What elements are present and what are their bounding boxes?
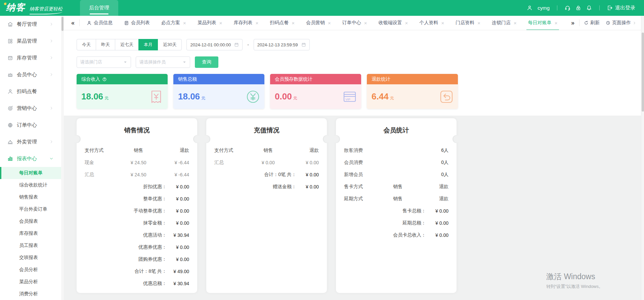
sidebar-item-餐厅管理[interactable]: 餐厅管理 [0, 16, 61, 33]
panel-summary-row: 延期总额：¥ 0.00 [344, 217, 448, 229]
username[interactable]: cymg [538, 5, 550, 11]
tab-门店资料[interactable]: 门店资料× [450, 16, 486, 30]
close-tab-icon[interactable]: × [328, 20, 331, 26]
search-button[interactable]: 查询 [195, 56, 218, 68]
headset-support-icon[interactable] [565, 5, 570, 11]
watermark-title: 激活 Windows [546, 271, 603, 282]
date-from-value: 2024-12-01 00:00:00 [190, 42, 231, 47]
tab-会员信息[interactable]: 会员信息 [81, 16, 118, 30]
store-select[interactable]: 请选择门店 [77, 56, 131, 68]
summary-label: 手动整单优惠： [134, 208, 167, 214]
close-tab-icon[interactable]: × [514, 20, 517, 26]
sidebar-item-外卖管理[interactable]: 外卖管理 [0, 133, 61, 150]
close-tab-icon[interactable]: × [183, 20, 186, 26]
sidebar-scrollbar-thumb[interactable] [61, 17, 63, 31]
tab-每日对账单[interactable]: 每日对账单× [522, 16, 563, 30]
filter-row-selects: 请选择门店 请选择操作员 查询 [77, 56, 637, 68]
close-tab-icon[interactable]: × [477, 20, 480, 26]
close-tab-icon[interactable]: × [405, 20, 408, 26]
tab-label: 收银端设置 [379, 20, 402, 26]
quick-range-本月[interactable]: 本月 [138, 39, 158, 50]
tab-订单中心[interactable]: 订单中心× [337, 16, 373, 30]
sidebar-item-订单中心[interactable]: 订单中心 [0, 117, 61, 133]
sidebar-subitem-消费分析[interactable]: 消费分析 [0, 288, 61, 300]
sidebar-subitem-label: 每日对账单 [19, 170, 43, 176]
chevron-right-icon [49, 73, 53, 77]
stat-card-value: 18.06元 [178, 91, 205, 102]
summary-value: ¥ 0.00 [429, 208, 448, 214]
panel-notch-left [73, 135, 81, 143]
sidebar-subitem-菜品分析[interactable]: 菜品分析 [0, 276, 61, 288]
stat-card-title: 综合收入 [81, 76, 100, 82]
tab-个人资料[interactable]: 个人资料× [414, 16, 450, 30]
refresh-button[interactable]: 刷新 [581, 20, 603, 26]
calendar-icon [301, 42, 306, 47]
close-tab-icon[interactable]: × [555, 20, 558, 26]
stat-card-header: 退款统计 [367, 74, 458, 84]
panel-row: 延期方式销售退款 [344, 193, 448, 205]
sidebar-item-库存管理[interactable]: 库存管理 [0, 49, 61, 66]
sidebar-subitem-库存报表[interactable]: 库存报表 [0, 227, 61, 240]
quick-range-近七天[interactable]: 近七天 [115, 39, 139, 50]
sidebar-subitem-会员分析[interactable]: 会员分析 [0, 264, 61, 276]
tab-菜品列表[interactable]: 菜品列表× [192, 16, 228, 30]
panel-row: 新增会员0人 [344, 169, 448, 181]
tab-必点方案[interactable]: 必点方案× [156, 16, 192, 30]
bell-icon[interactable] [586, 5, 592, 11]
tab-扫码点餐[interactable]: 扫码点餐× [264, 16, 300, 30]
sidebar-subitem-每日对账单[interactable]: 每日对账单 [0, 167, 61, 179]
panel-row: 现金¥ 24.50¥ -6.44 [85, 157, 189, 169]
close-tab-icon[interactable]: × [364, 20, 367, 26]
operator-select[interactable]: 请选择操作员 [136, 56, 190, 68]
panel-cell: 现金 [85, 160, 123, 166]
window-scrollbar[interactable] [641, 16, 644, 300]
sidebar-subitem-平台外卖订单[interactable]: 平台外卖订单 [0, 203, 61, 215]
tab-库存列表[interactable]: 库存列表× [228, 16, 264, 30]
tab-会员营销[interactable]: 会员营销× [300, 16, 337, 30]
window-scrollbar-thumb[interactable] [642, 33, 644, 112]
sidebar-subitem-交班报表[interactable]: 交班报表 [0, 252, 61, 264]
sidebar-item-报表中心[interactable]: 报表中心 [0, 150, 61, 167]
panel-title: 充值情况 [206, 118, 327, 135]
question-icon[interactable] [102, 77, 107, 82]
nav-backstage-tab[interactable]: 后台管理 [80, 0, 118, 16]
tabbar: « 会员信息会员列表必点方案×菜品列表×库存列表×扫码点餐×会员营销×订单中心×… [64, 16, 644, 30]
quick-range-近30天[interactable]: 近30天 [158, 39, 182, 50]
page-operations-button[interactable]: 页面操作 [603, 20, 639, 26]
sidebar-scrollbar[interactable] [61, 16, 64, 300]
tab-label: 每日对账单 [528, 20, 552, 26]
close-tab-icon[interactable]: × [441, 20, 444, 26]
summary-label: 抹零金额： [143, 220, 167, 226]
sidebar-subitem-会员报表[interactable]: 会员报表 [0, 215, 61, 227]
inventory-icon [7, 55, 13, 61]
close-tab-icon[interactable]: × [219, 20, 222, 26]
tab-连锁门店[interactable]: 连锁门店× [486, 16, 522, 30]
date-from-input[interactable]: 2024-12-01 00:00:00 [186, 39, 243, 50]
close-tab-icon[interactable]: × [256, 20, 259, 26]
summary-label: 优惠活动： [143, 232, 167, 238]
panel-cell: 退款 [414, 184, 448, 190]
sidebar-item-扫码点餐[interactable]: 扫码点餐 [0, 83, 61, 100]
refresh-label: 刷新 [590, 20, 600, 26]
tab-收银端设置[interactable]: 收银端设置× [373, 16, 414, 30]
panel-cell: ¥ 0.00 [284, 160, 319, 165]
quick-range-今天[interactable]: 今天 [77, 39, 96, 50]
sidebar-item-菜品管理[interactable]: 菜品管理 [0, 33, 61, 49]
stat-card-title: 会员预存数据统计 [275, 76, 312, 82]
quick-range-昨天[interactable]: 昨天 [96, 39, 115, 50]
panel-summary-row: 优惠活动：¥ 30.94 [85, 229, 189, 241]
lock-icon[interactable] [575, 5, 581, 11]
collapse-tabs-button[interactable]: « [68, 19, 78, 27]
logout-button[interactable]: 退出登录 [607, 5, 635, 11]
sidebar-item-会员中心[interactable]: 会员中心 [0, 66, 61, 83]
date-to-input[interactable]: 2024-12-13 23:59:59 [254, 39, 310, 50]
expand-tabs-button[interactable]: » [568, 19, 578, 27]
panel-summary-row: 团购券优惠：¥ 0.00 [85, 253, 189, 265]
sidebar-subitem-员工报表[interactable]: 员工报表 [0, 240, 61, 252]
sidebar-subitem-销售报表[interactable]: 销售报表 [0, 191, 61, 203]
close-tab-icon[interactable]: × [292, 20, 295, 26]
tab-会员列表[interactable]: 会员列表 [118, 16, 156, 30]
sidebar-item-营销中心[interactable]: 营销中心 [0, 100, 61, 117]
sidebar-subitem-综合收款统计[interactable]: 综合收款统计 [0, 179, 61, 191]
tab-label: 订单中心 [342, 20, 361, 26]
